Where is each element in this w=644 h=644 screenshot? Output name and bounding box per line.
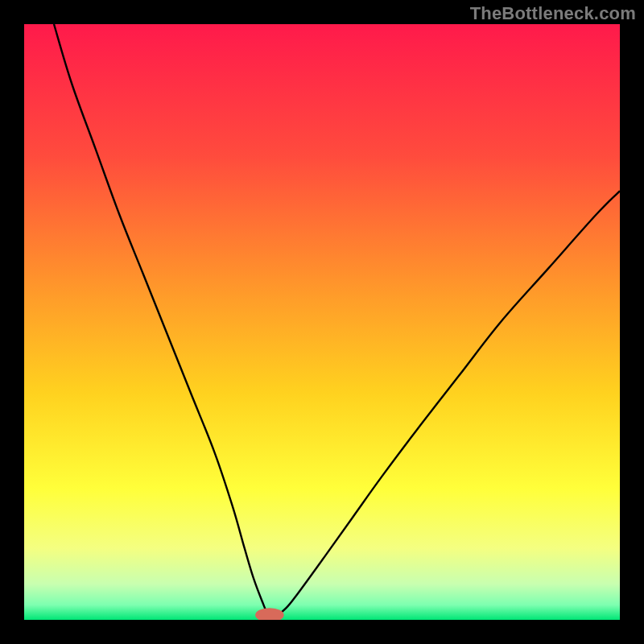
gradient-background [24,24,620,620]
chart-frame: TheBottleneck.com [0,0,644,644]
bottleneck-chart [24,24,620,620]
watermark-text: TheBottleneck.com [470,3,636,24]
